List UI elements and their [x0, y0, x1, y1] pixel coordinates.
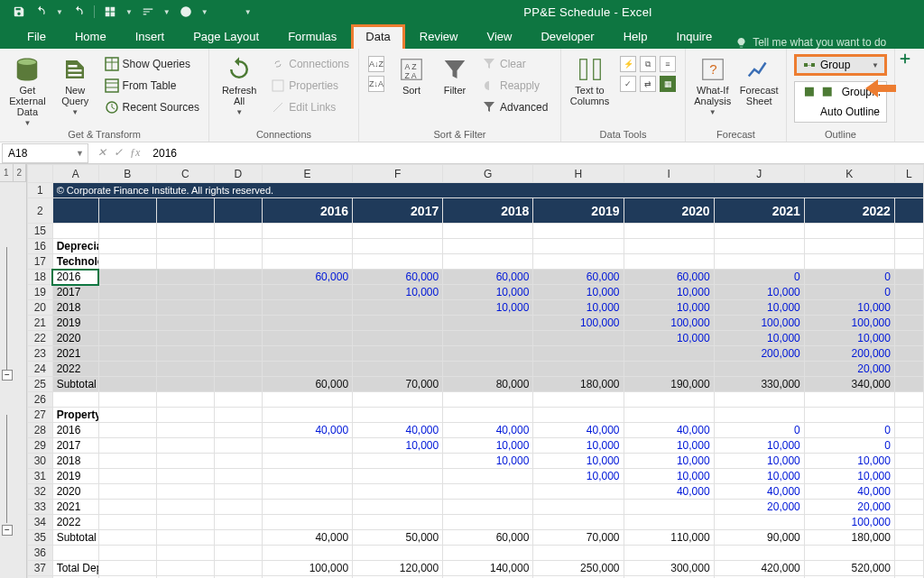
undo-dropdown-icon[interactable]: ▼ [56, 8, 63, 16]
consolidate-button[interactable]: ≡ [660, 56, 676, 72]
outline-level-1[interactable]: 1 [0, 164, 14, 181]
tab-view[interactable]: View [472, 24, 526, 49]
table-row[interactable]: 18201660,00060,00060,00060,00060,00000 [28, 270, 924, 285]
filter-button[interactable]: Filter [435, 52, 475, 96]
grid-icon[interactable] [104, 5, 116, 18]
table-row[interactable]: 27Property & Equipment [28, 408, 924, 423]
editlink-icon [271, 100, 285, 115]
data-model-button[interactable]: ▦ [660, 76, 676, 92]
table-row[interactable]: 19201710,00010,00010,00010,00010,0000 [28, 285, 924, 300]
qat-customize-icon[interactable]: ▼ [245, 8, 252, 16]
tab-help[interactable]: Help [609, 24, 662, 49]
table-row[interactable]: 33202120,00020,000 [28, 500, 924, 515]
show-queries-button[interactable]: Show Queries [105, 54, 199, 74]
forecast-sheet-button[interactable]: Forecast Sheet [738, 52, 781, 106]
advanced-icon [482, 100, 496, 115]
table2-icon [105, 78, 119, 93]
tab-insert[interactable]: Insert [121, 24, 180, 49]
table-row[interactable]: 37Total Depreciation100,000120,000140,00… [28, 561, 924, 576]
table-row[interactable]: 36 [28, 546, 924, 561]
redo-icon[interactable] [72, 5, 85, 18]
funnel-icon [441, 56, 468, 83]
sort-desc-button[interactable]: Z↓A [368, 76, 384, 92]
tab-page-layout[interactable]: Page Layout [179, 24, 273, 49]
table-row[interactable]: 29201710,00010,00010,00010,00010,0000 [28, 438, 924, 454]
table-row[interactable]: 342022100,000 [28, 515, 924, 530]
table-row[interactable]: 30201810,00010,00010,00010,00010,000 [28, 454, 924, 469]
new-query-button[interactable]: New Query▼ [53, 52, 97, 116]
from-table-button[interactable]: From Table [105, 76, 199, 96]
pie-icon[interactable] [180, 5, 192, 18]
table-row[interactable]: 35Subtotal40,00050,00060,00070,000110,00… [28, 530, 924, 546]
table-row[interactable]: 16Depreciation [28, 239, 924, 254]
table-row[interactable]: 31201910,00010,00010,00010,000 [28, 469, 924, 484]
table-row[interactable]: 32202040,00040,00040,000 [28, 484, 924, 500]
remove-duplicates-button[interactable]: ⧉ [640, 56, 656, 72]
ribbon-tabs: File Home Insert Page Layout Formulas Da… [0, 23, 924, 49]
group-label-get-transform: Get & Transform [5, 129, 203, 142]
table-icon [105, 57, 119, 71]
enter-formula-icon[interactable]: ✓ [114, 146, 123, 160]
table-row[interactable]: 26 [28, 392, 924, 408]
table-row[interactable]: 232021200,000200,000 [28, 346, 924, 362]
tab-review[interactable]: Review [405, 24, 473, 49]
refresh-icon [226, 56, 253, 83]
text-to-columns-button[interactable]: Text to Columns [567, 52, 613, 106]
group-button[interactable]: Group ▼ [794, 54, 887, 76]
table-row[interactable]: 15 [28, 224, 924, 239]
table-row[interactable]: 17Technology [28, 254, 924, 270]
tab-formulas[interactable]: Formulas [273, 24, 351, 49]
ribbon-add-button[interactable] [895, 49, 915, 142]
spreadsheet-grid[interactable]: ABCD EFGH IJKL 1© Corporate Finance Inst… [27, 164, 924, 578]
tab-developer[interactable]: Developer [526, 24, 608, 49]
clock-icon [105, 100, 119, 115]
table-row[interactable]: 22202010,00010,00010,000 [28, 331, 924, 346]
ribbon: Get External Data▼ New Query▼ Show Queri… [0, 49, 924, 142]
group-icon [802, 58, 817, 72]
undo-icon[interactable] [34, 5, 47, 18]
table-row[interactable]: 20201810,00010,00010,00010,00010,000 [28, 300, 924, 316]
relationships-button[interactable]: ⇄ [640, 76, 656, 92]
get-external-data-button[interactable]: Get External Data▼ [5, 52, 50, 127]
worksheet-area: 1 2 − − ABCD EFGH IJKL 1© Corpo [0, 164, 924, 578]
refresh-all-button[interactable]: Refresh All▼ [215, 52, 263, 116]
save-icon[interactable] [13, 5, 25, 18]
table-row[interactable]: 24202220,000 [28, 362, 924, 377]
table-row[interactable]: 25Subtotal60,00070,00080,000180,000190,0… [28, 377, 924, 392]
whatif-icon: ? [699, 56, 726, 83]
database-icon [14, 56, 41, 83]
outline-level-2[interactable]: 2 [14, 164, 27, 181]
connections-button[interactable]: Connections [271, 54, 349, 74]
tell-me-search[interactable]: Tell me what you want to do [735, 36, 886, 49]
flash-fill-button[interactable]: ⚡ [620, 56, 636, 72]
outline-collapse-2[interactable]: − [2, 525, 13, 536]
sort-button[interactable]: A ZZ A Sort [392, 52, 431, 96]
name-box[interactable]: A18▼ [2, 143, 88, 163]
table-row[interactable]: 212019100,000100,000100,000100,000 [28, 316, 924, 331]
tab-inquire[interactable]: Inquire [661, 24, 726, 49]
tab-home[interactable]: Home [60, 24, 121, 49]
formula-input[interactable]: 2016 [149, 147, 177, 160]
whatif-button[interactable]: ? What-If Analysis▼ [691, 52, 735, 116]
data-validation-button[interactable]: ✓ [620, 76, 636, 92]
table-row[interactable]: 1© Corporate Finance Institute. All righ… [28, 183, 924, 198]
group-item-icon [800, 74, 836, 110]
sort-asc-button[interactable]: A↓Z [368, 56, 384, 72]
recent-sources-button[interactable]: Recent Sources [105, 97, 199, 117]
table-row[interactable]: 28201640,00040,00040,00040,00040,00000 [28, 423, 924, 438]
advanced-filter-button[interactable]: Advanced [482, 97, 548, 117]
clear-filter-button: Clear [482, 54, 548, 74]
outline-collapse-1[interactable]: − [2, 370, 13, 381]
formula-bar: A18▼ ✕ ✓ ƒx 2016 [0, 142, 924, 164]
sort-icon[interactable] [142, 5, 154, 18]
column-headers[interactable]: ABCD EFGH IJKL [28, 165, 924, 183]
tab-file[interactable]: File [13, 24, 60, 49]
bulb-icon [735, 37, 747, 49]
fx-icon[interactable]: ƒx [130, 146, 140, 160]
table-row[interactable]: 22016201720182019202020212022 [28, 198, 924, 224]
tab-data[interactable]: Data [351, 24, 404, 49]
window-title: PP&E Schedule - Excel [252, 5, 924, 19]
callout-arrow-icon [865, 78, 896, 99]
cancel-formula-icon[interactable]: ✕ [97, 146, 106, 160]
query-icon [61, 56, 88, 83]
